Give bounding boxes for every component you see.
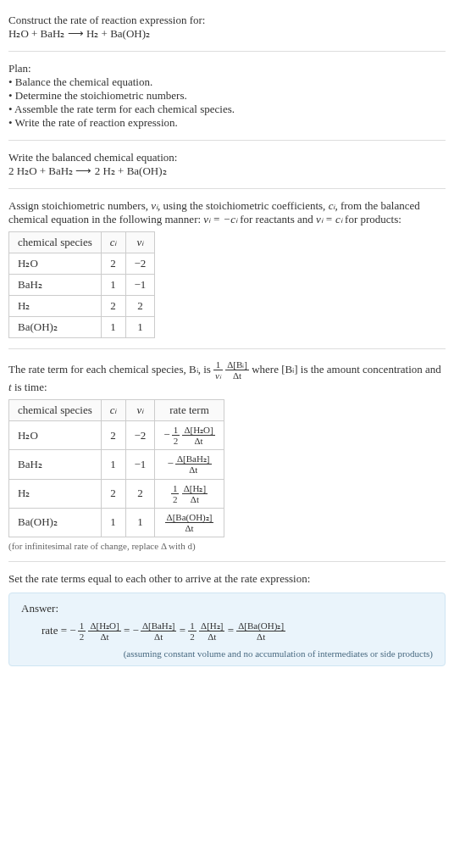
cell-ci: 2	[101, 253, 125, 275]
divider	[8, 348, 446, 349]
cell-nui: −1	[125, 275, 155, 296]
infinitesimal-note: (for infinitesimal rate of change, repla…	[8, 541, 446, 551]
frac-num: Δ[Ba(OH)₂]	[236, 620, 285, 632]
rate-expression: rate = −12 Δ[H₂O]Δt = −Δ[BaH₂]Δt = 12 Δ[…	[21, 620, 433, 642]
table-row: Ba(OH)₂ 1 1 Δ[Ba(OH)₂]Δt	[9, 508, 224, 537]
stoich-text-2: , using the stoichiometric coefficients,	[158, 199, 329, 212]
stoich-text-4: for reactants and	[237, 213, 316, 225]
cell-ci: 1	[101, 450, 125, 479]
cell-ci: 2	[101, 421, 125, 450]
coef-frac: 12	[172, 425, 180, 446]
cell-ci: 2	[101, 296, 125, 317]
table-row: H₂ 2 2	[9, 296, 155, 317]
cell-species: Ba(OH)₂	[9, 508, 102, 537]
frac-num: Δ[H₂]	[199, 620, 224, 632]
minus-sign: −	[133, 624, 139, 637]
divider	[8, 51, 446, 52]
frac-num: Δ[H₂O]	[182, 425, 214, 436]
rate-prefix: rate =	[42, 624, 69, 637]
delta-frac: Δ[Ba(OH)₂]Δt	[236, 620, 285, 642]
frac-den: Δt	[199, 632, 224, 642]
answer-box: Answer: rate = −12 Δ[H₂O]Δt = −Δ[BaH₂]Δt…	[8, 593, 446, 666]
equals-sign: =	[124, 624, 133, 637]
cell-rate-term: 12 Δ[H₂]Δt	[155, 479, 224, 508]
delta-frac: Δ[H₂]Δt	[199, 620, 224, 642]
frac-den: Δt	[182, 494, 208, 504]
frac-num: Δ[BaH₂]	[141, 620, 177, 632]
col-ci: cᵢ	[101, 400, 125, 421]
frac-den: 2	[171, 494, 180, 504]
table-row: Ba(OH)₂ 1 1	[9, 317, 155, 338]
cell-nui: 2	[125, 296, 155, 317]
frac-den: Δt	[141, 632, 177, 642]
frac-num: Δ[H₂O]	[88, 620, 120, 632]
cell-species: BaH₂	[9, 275, 102, 296]
one-over-nu: 1 νᵢ	[213, 359, 223, 381]
table-row: chemical species cᵢ νᵢ	[9, 232, 155, 253]
equals-sign: =	[180, 624, 189, 637]
stoich-section: Assign stoichiometric numbers, νᵢ, using…	[8, 192, 446, 345]
coef-frac: 12	[78, 620, 86, 642]
plan-section: Plan: • Balance the chemical equation. •…	[8, 55, 446, 136]
cell-species: H₂	[9, 296, 102, 317]
frac-num: Δ[Bᵢ]	[225, 359, 249, 370]
cell-ci: 1	[101, 317, 125, 338]
cell-ci: 1	[101, 275, 125, 296]
plan-bullet-3: • Assemble the rate term for each chemic…	[8, 103, 446, 116]
delta-frac: Δ[H₂]Δt	[182, 483, 208, 504]
frac-den: 2	[78, 632, 86, 642]
frac-den: Δt	[236, 632, 285, 642]
product-relation: νᵢ = cᵢ	[316, 213, 342, 225]
stoich-text-5: for products:	[342, 213, 401, 225]
rate-intro-3: where [Bᵢ] is the amount concentration a…	[252, 363, 441, 376]
frac-num: 1	[78, 620, 86, 632]
cell-rate-term: Δ[Ba(OH)₂]Δt	[155, 508, 224, 537]
frac-den: Δt	[225, 370, 249, 381]
prompt-line1: Construct the rate of reaction expressio…	[8, 14, 446, 27]
frac-den: Δt	[165, 523, 214, 533]
frac-num: Δ[BaH₂]	[175, 453, 212, 465]
plan-title: Plan:	[8, 62, 446, 75]
rate-term-section: The rate term for each chemical species,…	[8, 353, 446, 558]
rate-intro-2: , is	[198, 363, 213, 376]
assumption-note: (assuming constant volume and no accumul…	[21, 648, 433, 659]
table-row: H₂ 2 2 12 Δ[H₂]Δt	[9, 479, 224, 508]
cell-nui: −2	[125, 421, 155, 450]
col-species: chemical species	[9, 232, 102, 253]
reactant-relation: νᵢ = −cᵢ	[203, 213, 237, 225]
cell-nui: 2	[125, 479, 155, 508]
answer-label: Answer:	[21, 602, 433, 615]
frac-den: νᵢ	[213, 370, 223, 381]
frac-num: 1	[188, 620, 197, 632]
stoich-table: chemical species cᵢ νᵢ H₂O 2 −2 BaH₂ 1 −…	[8, 231, 155, 338]
cell-ci: 1	[101, 508, 125, 537]
frac-num: 1	[172, 425, 180, 436]
minus-sign: −	[163, 428, 169, 441]
col-ci: cᵢ	[101, 232, 125, 253]
minus-sign: −	[69, 624, 75, 637]
cell-rate-term: −12 Δ[H₂O]Δt	[155, 421, 224, 450]
plan-bullet-1: • Balance the chemical equation.	[8, 75, 446, 89]
rate-intro-1: The rate term for each chemical species,	[8, 363, 189, 376]
divider	[8, 561, 446, 562]
cell-species: BaH₂	[9, 450, 102, 479]
col-species: chemical species	[9, 400, 102, 421]
table-row: BaH₂ 1 −1	[9, 275, 155, 296]
unbalanced-equation: H₂O + BaH₂ ⟶ H₂ + Ba(OH)₂	[8, 27, 446, 41]
cell-species: H₂	[9, 479, 102, 508]
col-nui: νᵢ	[125, 400, 155, 421]
coef-frac: 12	[171, 483, 180, 504]
delta-frac: Δ[H₂O]Δt	[88, 620, 120, 642]
prompt-header: Construct the rate of reaction expressio…	[8, 7, 446, 47]
plan-bullet-4: • Write the rate of reaction expression.	[8, 116, 446, 130]
table-row: H₂O 2 −2	[9, 253, 155, 275]
frac-den: Δt	[88, 632, 120, 642]
equals-sign: =	[228, 624, 237, 637]
cell-nui: −1	[125, 450, 155, 479]
frac-num: 1	[213, 359, 223, 370]
nu-i-symbol: νᵢ	[151, 199, 158, 212]
frac-num: Δ[H₂]	[182, 483, 208, 494]
set-equal-section: Set the rate terms equal to each other t…	[8, 565, 446, 673]
frac-den: Δt	[182, 436, 214, 446]
cell-rate-term: −Δ[BaH₂]Δt	[155, 450, 224, 479]
